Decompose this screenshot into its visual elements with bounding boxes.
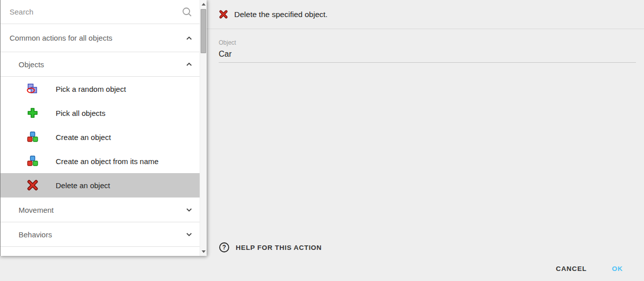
category-label: Objects: [19, 60, 44, 69]
action-item-pick-random-object[interactable]: Pick a random object: [1, 77, 200, 101]
chevron-down-icon: [185, 255, 193, 256]
action-item-pick-all-objects[interactable]: Pick all objects: [1, 101, 200, 125]
delete-object-icon: [27, 179, 39, 191]
search-input[interactable]: [10, 0, 175, 24]
category-label: Behaviors: [19, 230, 52, 239]
chevron-down-icon: [185, 206, 193, 214]
action-config-panel: Delete the specified object. Object HELP…: [207, 0, 644, 256]
action-list-sidebar: Common actions for all objects Objects P…: [0, 0, 207, 256]
help-button[interactable]: HELP FOR THIS ACTION: [219, 241, 322, 254]
search-row: [1, 0, 200, 24]
category-row-objects[interactable]: Objects: [1, 52, 200, 77]
chevron-up-icon: [185, 60, 193, 68]
chevron-down-icon: [185, 230, 193, 238]
group-label: Common actions for all objects: [10, 34, 112, 42]
category-row-visibility[interactable]: Visibility: [1, 247, 200, 256]
pick-all-objects-icon: [27, 107, 39, 119]
category-row-behaviors[interactable]: Behaviors: [1, 222, 200, 247]
chevron-up-icon: [185, 34, 193, 42]
parameter-object: Object: [219, 39, 636, 63]
scrollbar-up-arrow-icon[interactable]: [202, 3, 206, 6]
action-item-create-object-from-name[interactable]: Create an object from its name: [1, 149, 200, 173]
action-item-label: Create an object from its name: [56, 157, 158, 166]
scrollbar-down-arrow-icon[interactable]: [202, 250, 206, 253]
help-circle-icon: [219, 242, 230, 253]
category-label: Movement: [19, 206, 54, 214]
action-item-create-object[interactable]: Create an object: [1, 125, 200, 149]
sidebar-scrollbar[interactable]: [200, 0, 207, 256]
category-label: Visibility: [19, 255, 46, 256]
action-item-label: Delete an object: [56, 181, 110, 190]
parameter-label: Object: [219, 39, 636, 46]
search-icon: [181, 6, 193, 18]
pick-random-object-icon: [27, 83, 39, 95]
action-item-label: Pick a random object: [56, 85, 126, 93]
help-button-label: HELP FOR THIS ACTION: [236, 244, 322, 251]
delete-object-icon: [219, 10, 228, 19]
action-header: Delete the specified object.: [207, 0, 644, 29]
ok-button[interactable]: OK: [608, 261, 627, 276]
category-row-movement[interactable]: Movement: [1, 198, 200, 222]
dialog-footer: CANCEL OK: [0, 256, 644, 281]
create-object-icon: [27, 155, 39, 167]
create-object-icon: [27, 131, 39, 143]
cancel-button[interactable]: CANCEL: [552, 261, 591, 276]
instruction-editor-dialog: Common actions for all objects Objects P…: [0, 0, 644, 281]
scrollbar-thumb[interactable]: [201, 9, 206, 53]
action-item-label: Create an object: [56, 133, 111, 142]
action-item-delete-object[interactable]: Delete an object: [1, 173, 200, 197]
action-title: Delete the specified object.: [234, 10, 328, 19]
action-item-label: Pick all objects: [56, 109, 105, 117]
group-row-common-actions[interactable]: Common actions for all objects: [1, 24, 200, 52]
object-field[interactable]: [219, 50, 636, 63]
